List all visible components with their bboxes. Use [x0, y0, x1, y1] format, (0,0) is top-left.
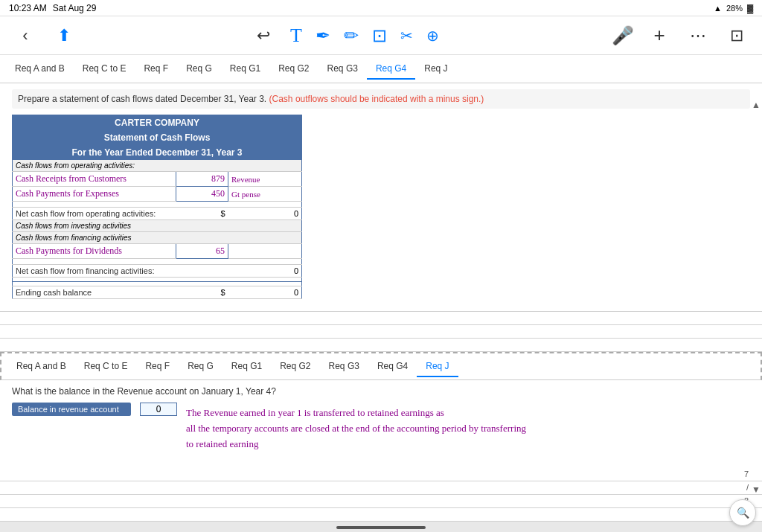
tab2-req-ce[interactable]: Req C to E — [75, 356, 137, 377]
section2-area: Req A and B Req C to E Req F Req G Req G… — [0, 352, 762, 468]
text-tool-icon[interactable]: T — [290, 25, 302, 47]
table-row — [13, 202, 302, 208]
layout-button[interactable]: ⊡ — [723, 22, 750, 49]
table-row: Ending cash balance $ 0 — [13, 286, 302, 299]
tab-req-g[interactable]: Req G — [177, 59, 221, 80]
balance-input[interactable] — [140, 403, 177, 416]
section2-content: What is the balance in the Revenue accou… — [0, 380, 762, 468]
home-bar — [336, 526, 426, 529]
toolbar-right: 🎤 + ⋯ ⊡ — [612, 22, 750, 49]
revenue-row: Balance in revenue account The Revenue e… — [12, 403, 750, 452]
scroll-down-icon[interactable]: ▼ — [752, 484, 761, 495]
section1-area: Req A and B Req C to E Req F Req G Req G… — [0, 55, 762, 312]
net-financing-label: Net cash flow from financing activities: — [13, 265, 176, 278]
section1-content: Prepare a statement of cash flows dated … — [0, 83, 762, 312]
ending-balance-label: Ending cash balance — [13, 286, 176, 299]
blank-line — [0, 312, 762, 325]
tab-req-g4[interactable]: Req G4 — [367, 59, 415, 80]
battery-icon: ▓ — [747, 4, 753, 13]
instruction-highlight: (Cash outflows should be indicated with … — [269, 94, 484, 104]
operating-label: Cash flows from operating activities: — [13, 160, 302, 172]
table-row: Cash Payments for Expenses 450 Gt pense — [13, 187, 302, 202]
cash-payments-note: Gt pense — [228, 187, 302, 202]
tab2-req-f[interactable]: Req F — [136, 356, 179, 377]
financing-label: Cash flows from financing activities — [13, 232, 302, 244]
page-slash: / — [746, 483, 749, 492]
cash-receipts-label: Cash Receipts from Customers — [13, 172, 176, 187]
blank-line: / — [0, 481, 762, 495]
table-row: Net cash flow from financing activities:… — [13, 265, 302, 278]
zoom-icon: 🔍 — [737, 507, 749, 519]
net-operating-value: 0 — [228, 208, 302, 220]
ending-balance-value: 0 — [228, 286, 302, 299]
tab-req-ab[interactable]: Req A and B — [6, 59, 74, 80]
dividends-value: 65 — [176, 244, 228, 259]
table-row: Cash flows from financing activities — [13, 232, 302, 244]
tab2-req-g3[interactable]: Req G3 — [320, 356, 368, 377]
pen-tool-icon[interactable]: ✒ — [316, 25, 330, 46]
table-subtitle: Statement of Cash Flows — [13, 130, 302, 145]
eraser-tool-icon[interactable]: ⊡ — [372, 25, 387, 46]
table-row: Net cash flow from operating activities:… — [13, 208, 302, 220]
time: 10:23 AM — [9, 3, 47, 13]
lasso-tool-icon[interactable]: ⊕ — [426, 27, 439, 45]
undo-button[interactable]: ↩ — [250, 22, 277, 49]
carter-table-wrapper: CARTER COMPANY Statement of Cash Flows F… — [12, 115, 750, 299]
toolbar-center: ↩ T ✒ ✏ ⊡ ✂ ⊕ — [250, 22, 439, 49]
status-right: ▲ 28% ▓ — [714, 4, 753, 13]
balance-label: Balance in revenue account — [12, 403, 131, 416]
highlight-tool-icon[interactable]: ✏ — [344, 25, 359, 46]
wifi-icon: ▲ — [714, 4, 722, 13]
table-title: CARTER COMPANY — [13, 115, 302, 131]
instruction-text: Prepare a statement of cash flows dated … — [12, 89, 750, 109]
more-button[interactable]: ⋯ — [685, 22, 711, 49]
cash-receipts-value: 879 — [176, 172, 228, 187]
back-button[interactable]: ‹ — [12, 22, 39, 49]
blank-line — [0, 339, 762, 352]
toolbar: ‹ ⬆ ↩ T ✒ ✏ ⊡ ✂ ⊕ 🎤 + ⋯ ⊡ — [0, 16, 762, 55]
main-content: Req A and B Req C to E Req F Req G Req G… — [0, 55, 762, 532]
battery-level: 28% — [726, 4, 743, 13]
tab2-req-g4[interactable]: Req G4 — [368, 356, 417, 377]
tab-req-g3[interactable]: Req G3 — [318, 59, 367, 80]
tab2-req-j[interactable]: Req J — [417, 356, 458, 377]
cash-flow-table: CARTER COMPANY Statement of Cash Flows F… — [12, 115, 302, 299]
table-row — [13, 259, 302, 265]
tabs-row2: Req A and B Req C to E Req F Req G Req G… — [0, 352, 762, 380]
net-operating-label: Net cash flow from operating activities: — [13, 208, 176, 220]
share-button[interactable]: ⬆ — [51, 22, 77, 49]
mic-icon[interactable]: 🎤 — [612, 25, 634, 46]
toolbar-left: ‹ ⬆ — [12, 22, 77, 49]
scroll-up-icon[interactable]: ▲ — [752, 100, 761, 110]
blank-line — [0, 325, 762, 339]
blank-line — [0, 508, 762, 522]
zoom-button[interactable]: 🔍 — [729, 499, 756, 526]
tab-req-j[interactable]: Req J — [415, 59, 456, 80]
add-button[interactable]: + — [646, 22, 673, 49]
status-bar: 10:23 AM Sat Aug 29 ▲ 28% ▓ — [0, 0, 762, 16]
table-row: Cash Receipts from Customers 879 Revenue — [13, 172, 302, 187]
table-row: Cash flows from investing activities — [13, 220, 302, 232]
blank-line: 7 — [0, 468, 762, 481]
cash-receipts-note: Revenue — [228, 172, 302, 187]
handwritten-answer: The Revenue earned in year 1 is transfer… — [186, 406, 526, 452]
tab-req-g2[interactable]: Req G2 — [269, 59, 318, 80]
tab-req-ce[interactable]: Req C to E — [74, 59, 135, 80]
tab-req-g1[interactable]: Req G1 — [221, 59, 269, 80]
cash-payments-label: Cash Payments for Expenses — [13, 187, 176, 202]
dividends-label: Cash Payments for Dividends — [13, 244, 176, 259]
cash-payments-value: 450 — [176, 187, 228, 202]
investing-label: Cash flows from investing activities — [13, 220, 302, 232]
tab2-req-ab[interactable]: Req A and B — [7, 356, 75, 377]
table-row: Cash flows from operating activities: — [13, 160, 302, 172]
tab2-req-g1[interactable]: Req G1 — [222, 356, 271, 377]
net-financing-value: 0 — [228, 265, 302, 278]
blank-line: 8 — [0, 495, 762, 508]
scissors-tool-icon[interactable]: ✂ — [400, 27, 413, 45]
tab-req-f[interactable]: Req F — [135, 59, 177, 80]
table-row: Cash Payments for Dividends 65 — [13, 244, 302, 259]
tab2-req-g[interactable]: Req G — [179, 356, 222, 377]
tab2-req-g2[interactable]: Req G2 — [271, 356, 319, 377]
page-number-7: 7 — [744, 469, 749, 478]
date: Sat Aug 29 — [53, 3, 97, 13]
